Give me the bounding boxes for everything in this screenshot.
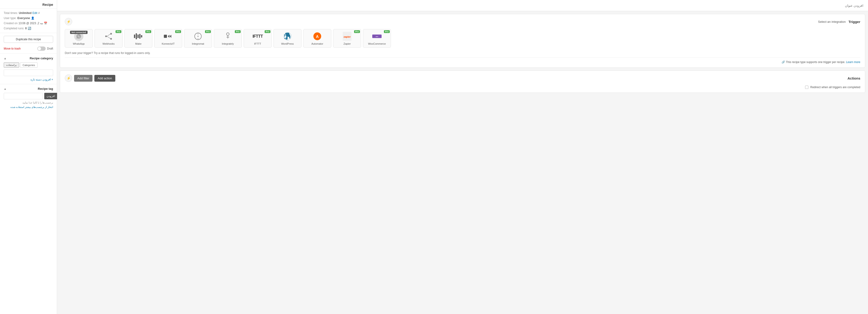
make-pro-badge: Pro xyxy=(145,30,151,33)
svg-point-17 xyxy=(226,33,229,36)
svg-text:zapier: zapier xyxy=(344,35,351,38)
tag-hint: برچسب‌ها را با کاما جدا نمایید xyxy=(4,101,53,104)
woocommerce-pro-badge: Pro xyxy=(384,30,390,33)
svg-marker-11 xyxy=(168,35,169,38)
tag-input[interactable] xyxy=(4,93,43,99)
trigger-panel-title: Trigger xyxy=(848,20,860,24)
draft-toggle-wrap: Draft xyxy=(37,46,53,51)
integration-integrately[interactable]: Pro Integrately xyxy=(214,29,242,48)
title-bar xyxy=(57,0,868,11)
svg-line-3 xyxy=(107,34,110,36)
svg-text:A: A xyxy=(316,34,319,39)
ifttt-pro-badge: Pro xyxy=(265,30,271,33)
learn-more-link[interactable]: Learn more xyxy=(846,61,860,64)
created-date: مه 2, 2023 @ 13:06 xyxy=(19,22,43,25)
duplicate-recipe-button[interactable]: Duplicate this recipe xyxy=(4,36,53,43)
make-label: Make xyxy=(135,42,142,45)
integration-webhooks[interactable]: Pro Webhooks xyxy=(95,29,123,48)
integromat-label: Integromat xyxy=(192,42,204,45)
user-icon: 👤 xyxy=(31,16,34,20)
completed-runs-value: 0 xyxy=(25,27,27,30)
title-input[interactable] xyxy=(62,4,863,7)
add-category-link[interactable]: + افزودن دسته تازه xyxy=(4,78,53,81)
svg-line-4 xyxy=(107,36,110,38)
tag-section-header: ▲ Recipe tag xyxy=(4,87,53,91)
add-tag-button[interactable]: افزودن xyxy=(44,93,57,99)
collapse-tag-icon[interactable]: ▲ xyxy=(4,87,6,91)
integration-woocommerce[interactable]: Pro woo WooCommerce xyxy=(363,29,391,48)
refresh-icon: 🔄 xyxy=(28,27,31,30)
completed-runs-label: Completed runs: xyxy=(4,27,24,30)
integrately-label: Integrately xyxy=(222,42,234,45)
integration-ifttt[interactable]: Pro IFTTT IFTTT xyxy=(244,29,272,48)
total-times-label: Total times: xyxy=(4,11,18,15)
integration-konnectzit[interactable]: Pro KonnectzIT xyxy=(154,29,182,48)
draft-toggle[interactable] xyxy=(37,46,46,51)
calendar-icon: 📅 xyxy=(44,22,47,25)
svg-rect-7 xyxy=(137,34,138,38)
integration-zapier[interactable]: Pro zapier Zapier xyxy=(333,29,361,48)
svg-rect-9 xyxy=(141,35,142,37)
automator-icon: A xyxy=(313,32,322,41)
integrately-pro-badge: Pro xyxy=(235,30,241,33)
svg-point-14 xyxy=(197,36,198,37)
created-label: Created on xyxy=(4,22,18,25)
konnectzit-label: KonnectzIT xyxy=(162,42,175,45)
svg-rect-6 xyxy=(136,33,137,39)
redirect-label: Redirect when all triggers are completed xyxy=(810,85,860,89)
redirect-row: Redirect when all triggers are completed xyxy=(65,85,860,89)
tab-persian[interactable]: پراستفاده xyxy=(4,62,19,68)
select-integration-label: Select an integration xyxy=(818,20,846,24)
category-input[interactable] xyxy=(4,70,53,76)
webhooks-pro-badge: Pro xyxy=(116,30,121,33)
add-filter-button[interactable]: Add filter xyxy=(74,75,92,82)
integration-wordpress[interactable]: WordPress xyxy=(274,29,302,48)
integromat-pro-badge: Pro xyxy=(205,30,211,33)
integration-whatsapp[interactable]: Not connected WhatsApp xyxy=(65,29,93,48)
collapse-category-icon[interactable]: ▲ xyxy=(4,57,6,60)
svg-rect-10 xyxy=(164,35,167,38)
svg-point-2 xyxy=(110,38,112,39)
whatsapp-label: WhatsApp xyxy=(73,42,85,45)
konnectzit-pro-badge: Pro xyxy=(175,30,181,33)
zapier-label: Zapier xyxy=(343,42,350,45)
move-to-trash-button[interactable]: Move to trash xyxy=(4,47,21,50)
redirect-checkbox[interactable] xyxy=(805,85,808,89)
actions-buttons: ⚡ Add filter Add action xyxy=(65,74,115,82)
draft-label: Draft xyxy=(47,47,53,50)
category-section-header: ▲ Recipe category xyxy=(4,57,53,60)
integration-integromat[interactable]: Pro Integromat xyxy=(184,29,212,48)
integrately-icon xyxy=(223,32,232,41)
user-type-value: Everyone xyxy=(18,16,30,20)
tag-input-row: افزودن xyxy=(4,93,53,99)
category-section-title: Recipe category xyxy=(30,57,53,60)
select-popular-tags-link[interactable]: انتخاز از برچسب‌های بیشتر استفاده شده xyxy=(4,106,53,109)
webhooks-icon xyxy=(104,32,113,41)
svg-rect-8 xyxy=(139,34,141,39)
integromat-icon xyxy=(193,32,203,41)
move-to-trash-row: Move to trash Draft xyxy=(0,45,57,54)
wordpress-label: WordPress xyxy=(281,42,294,45)
integration-make[interactable]: Pro Make xyxy=(124,29,152,48)
automator-label: Automator xyxy=(311,42,323,45)
main-content: ⚡ Select an integration Trigger Not conn… xyxy=(57,0,868,314)
actions-panel-title: Actions xyxy=(847,76,860,80)
ifttt-icon: IFTTT xyxy=(253,32,262,41)
tab-categories[interactable]: Categories xyxy=(20,62,37,68)
category-tabs: پراستفاده Categories xyxy=(4,62,53,68)
trigger-hint: Don't see your trigger? Try a recipe tha… xyxy=(65,51,860,55)
add-action-button[interactable]: Add action xyxy=(94,75,115,82)
wordpress-icon xyxy=(283,32,292,41)
trigger-lightning-button[interactable]: ⚡ xyxy=(65,18,72,25)
total-times-row: # Edit Unlimited Total times: xyxy=(4,11,53,15)
integration-automator[interactable]: A Automator xyxy=(303,29,331,48)
svg-point-1 xyxy=(110,33,112,35)
make-icon xyxy=(134,32,143,41)
woocommerce-icon: woo xyxy=(372,32,381,41)
completed-runs-row: 🔄 0 Completed runs: xyxy=(4,27,53,30)
recipe-tag-section: ▲ Recipe tag افزودن برچسب‌ها را با کاما … xyxy=(0,84,57,111)
not-connected-badge: Not connected xyxy=(70,31,88,34)
zapier-icon: zapier xyxy=(342,32,352,41)
actions-lightning-button[interactable]: ⚡ xyxy=(65,74,72,82)
edit-link[interactable]: Edit xyxy=(32,11,37,15)
